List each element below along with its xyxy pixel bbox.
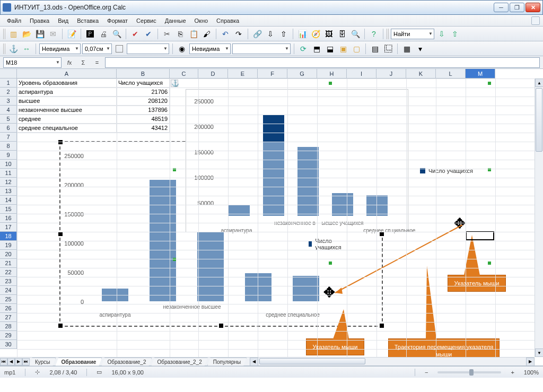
column-headers[interactable]: ABCDEFGHIJKLM <box>17 69 535 79</box>
cell[interactable]: среднее специальное <box>17 124 117 133</box>
zoom-in-button[interactable]: + <box>511 369 514 376</box>
find-next-button[interactable]: ⇩ <box>436 28 448 40</box>
col-header-G[interactable]: G <box>287 69 317 79</box>
undo-button[interactable]: ↶ <box>220 28 231 40</box>
row-header-22[interactable]: 22 <box>0 268 17 277</box>
col-header-E[interactable]: E <box>228 69 258 79</box>
datasources-button[interactable]: 🗄 <box>336 28 348 40</box>
anchor-button[interactable]: ⚓ <box>7 43 19 55</box>
col-header-M[interactable]: M <box>466 69 495 79</box>
col-header-B[interactable]: B <box>117 69 170 79</box>
cell[interactable]: аспирантура <box>17 88 117 97</box>
formula-input[interactable] <box>105 57 540 68</box>
cell[interactable]: Число учащихся <box>117 79 170 88</box>
sort-asc-button[interactable]: ⇩ <box>265 28 276 40</box>
insert-button[interactable]: ▦ <box>401 43 413 55</box>
spellcheck-button[interactable]: ✔ <box>129 28 141 40</box>
tab-first-button[interactable]: ⏮ <box>0 358 7 365</box>
row-header-29[interactable]: 29 <box>0 331 17 340</box>
hscroll-thumb[interactable] <box>259 358 365 364</box>
menu-view[interactable]: Вид <box>54 16 72 25</box>
print-button[interactable]: 🖨 <box>98 28 109 40</box>
row-header-15[interactable]: 15 <box>0 205 17 214</box>
tab-prev-button[interactable]: ◀ <box>7 358 15 365</box>
sheet-tab-active[interactable]: Образование <box>55 358 102 366</box>
cell[interactable]: Уровень образования <box>17 79 117 88</box>
row-header-24[interactable]: 24 <box>0 286 17 295</box>
background-button[interactable]: ▢ <box>351 43 362 55</box>
more-button[interactable]: ▾ <box>414 43 426 55</box>
row-header-21[interactable]: 21 <box>0 259 17 268</box>
paste-button[interactable]: 📋 <box>188 28 199 40</box>
zoom-out-button[interactable]: − <box>425 369 428 376</box>
navigator-button[interactable]: 🧭 <box>310 28 321 40</box>
help-button[interactable]: ? <box>368 28 380 40</box>
cell[interactable]: высшее <box>17 97 117 106</box>
find-combo[interactable]: Найти▼ <box>391 29 434 39</box>
menu-help[interactable]: Справка <box>213 16 243 25</box>
rotate-button[interactable]: ⟳ <box>297 43 309 55</box>
window-minimize-button[interactable] <box>494 3 509 12</box>
chart-button[interactable]: 📊 <box>296 28 308 40</box>
line-width-combo[interactable]: 0,07см▼ <box>82 43 112 54</box>
col-header-I[interactable]: I <box>347 69 376 79</box>
row-header-19[interactable]: 19 <box>0 241 17 250</box>
row-header-3[interactable]: 3 <box>0 97 17 106</box>
col-header-K[interactable]: K <box>406 69 436 79</box>
cell[interactable]: 137896 <box>117 106 170 115</box>
row-header-11[interactable]: 11 <box>0 169 17 178</box>
scroll-down-button[interactable]: ▼ <box>535 349 543 357</box>
row-header-17[interactable]: 17 <box>0 223 17 232</box>
row-header-6[interactable]: 6 <box>0 124 17 133</box>
cells-area[interactable]: 0 50000 100000 150000 200000 250000 аспи… <box>17 79 535 357</box>
row-header-13[interactable]: 13 <box>0 187 17 196</box>
row-header-7[interactable]: 7 <box>0 133 17 142</box>
row-header-8[interactable]: 8 <box>0 142 17 151</box>
row-headers[interactable]: 1234567891011121314151617181920212223242… <box>0 79 17 357</box>
autospell-button[interactable]: ✔ <box>143 28 154 40</box>
line-style-combo[interactable]: Невидима▼ <box>39 43 81 54</box>
print-preview-button[interactable]: 🔍 <box>111 28 122 40</box>
sheet-tab[interactable]: Курсы <box>29 358 56 366</box>
cell[interactable]: 21706 <box>117 88 170 97</box>
sheet-tab[interactable]: Популярны <box>207 358 247 366</box>
cell[interactable]: 43412 <box>117 124 170 133</box>
scroll-right-button[interactable]: ▶ <box>526 358 535 366</box>
foreground-button[interactable]: ▣ <box>337 43 349 55</box>
row-header-16[interactable]: 16 <box>0 214 17 223</box>
zoom-slider[interactable] <box>437 371 501 373</box>
sum-button[interactable]: Σ <box>77 57 89 68</box>
menu-edit[interactable]: Правка <box>26 16 53 25</box>
sheet-tab[interactable]: Образование_2 <box>101 358 152 366</box>
scroll-up-button[interactable]: ▲ <box>535 79 543 87</box>
cell[interactable]: незаконченное высшее <box>17 106 117 115</box>
copy-button[interactable]: ⎘ <box>174 28 186 40</box>
sort-desc-button[interactable]: ⇧ <box>278 28 290 40</box>
row-header-28[interactable]: 28 <box>0 322 17 331</box>
gallery-button[interactable]: 🖼 <box>323 28 335 40</box>
name-box[interactable]: M18▼ <box>3 57 62 68</box>
spreadsheet-grid[interactable]: ABCDEFGHIJKLM 12345678910111213141516171… <box>0 69 543 366</box>
cell[interactable]: 208120 <box>117 97 170 106</box>
redo-button[interactable]: ↷ <box>233 28 244 40</box>
row-header-1[interactable]: 1 <box>0 79 17 88</box>
find-prev-button[interactable]: ⇧ <box>449 28 461 40</box>
col-header-A[interactable]: A <box>17 69 117 79</box>
row-header-10[interactable]: 10 <box>0 160 17 169</box>
cell[interactable]: среднее <box>17 115 117 124</box>
cell[interactable]: 48519 <box>117 115 170 124</box>
row-header-18[interactable]: 18 <box>0 232 17 241</box>
col-header-D[interactable]: D <box>198 69 228 79</box>
col-header-C[interactable]: C <box>170 69 198 79</box>
mail-button[interactable]: ✉ <box>47 28 59 40</box>
menubar-close-doc[interactable] <box>531 16 540 25</box>
menu-data[interactable]: Данные <box>161 16 190 25</box>
edit-doc-button[interactable]: 📝 <box>66 28 77 40</box>
save-button[interactable]: 💾 <box>34 28 46 40</box>
format-paint-button[interactable]: 🖌 <box>201 28 213 40</box>
window-maximize-button[interactable] <box>510 3 524 12</box>
new-button[interactable]: ▥ <box>7 28 19 40</box>
col-header-J[interactable]: J <box>376 69 406 79</box>
window-close-button[interactable] <box>526 3 540 12</box>
select-all-corner[interactable] <box>0 69 17 79</box>
